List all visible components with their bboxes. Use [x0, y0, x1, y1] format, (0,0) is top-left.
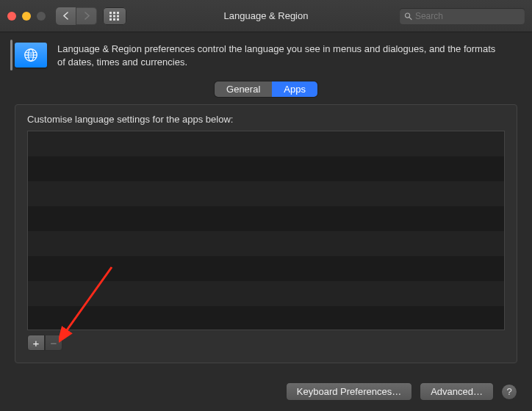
- svg-rect-1: [113, 12, 115, 14]
- forward-button: [76, 7, 97, 25]
- window-close-button[interactable]: [7, 12, 16, 21]
- svg-rect-4: [113, 15, 115, 17]
- back-button[interactable]: [56, 7, 76, 25]
- tab-apps[interactable]: Apps: [272, 81, 317, 97]
- search-field[interactable]: [400, 8, 525, 24]
- show-all-button[interactable]: [103, 7, 126, 25]
- svg-rect-6: [109, 18, 112, 21]
- search-input[interactable]: [415, 11, 520, 21]
- list-row: [28, 281, 504, 306]
- apps-list[interactable]: [27, 131, 505, 330]
- tab-group: General Apps: [215, 81, 317, 97]
- window-zoom-button: [37, 12, 46, 21]
- list-row: [28, 206, 504, 231]
- list-row: [28, 131, 504, 156]
- list-row: [28, 256, 504, 281]
- list-row: [28, 181, 504, 206]
- svg-rect-7: [113, 18, 115, 21]
- svg-rect-2: [117, 12, 119, 14]
- svg-line-10: [409, 17, 411, 19]
- svg-rect-0: [109, 12, 112, 14]
- add-button[interactable]: +: [27, 335, 45, 351]
- window-minimize-button[interactable]: [22, 12, 31, 21]
- apps-panel-label: Customise language settings for the apps…: [27, 114, 505, 125]
- pane-description: Language & Region preferences control th…: [57, 43, 498, 68]
- tab-general[interactable]: General: [215, 81, 272, 97]
- advanced-button[interactable]: Advanced…: [420, 382, 494, 401]
- svg-rect-5: [117, 15, 119, 17]
- search-icon: [404, 12, 412, 21]
- list-row: [28, 306, 504, 330]
- help-button[interactable]: ?: [501, 384, 517, 400]
- svg-rect-8: [117, 18, 119, 21]
- language-region-icon: [15, 43, 47, 68]
- list-row: [28, 231, 504, 256]
- apps-panel: Customise language settings for the apps…: [15, 104, 517, 363]
- svg-rect-3: [109, 15, 112, 17]
- remove-button: −: [45, 335, 62, 351]
- list-row: [28, 156, 504, 181]
- keyboard-preferences-button[interactable]: Keyboard Preferences…: [286, 382, 412, 401]
